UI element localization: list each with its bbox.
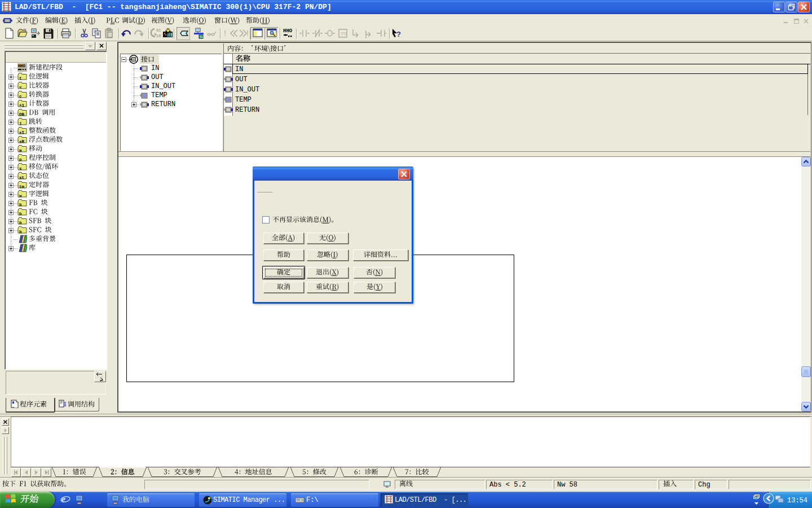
svg-text:j: j	[19, 121, 22, 126]
svg-text:HHO: HHO	[18, 64, 25, 68]
svg-text:±I: ±I	[19, 130, 24, 135]
svg-text:S1: S1	[200, 35, 203, 38]
svg-text:<: <	[19, 85, 22, 90]
svg-text:01: 01	[156, 28, 161, 33]
svg-text:HHO: HHO	[283, 28, 293, 34]
svg-text:b: b	[19, 203, 22, 207]
svg-text:c: c	[19, 94, 22, 99]
svg-text:??: ??	[341, 31, 346, 37]
svg-text:!: !	[246, 29, 249, 38]
svg-text:tm: tm	[19, 185, 25, 189]
svg-text:w: w	[19, 194, 22, 198]
svg-text:m: m	[19, 148, 22, 153]
svg-text:10: 10	[156, 34, 161, 38]
svg-text:DB: DB	[19, 112, 25, 117]
svg-text:b: b	[19, 230, 22, 234]
svg-text:±R: ±R	[19, 139, 25, 144]
svg-text:!: !	[224, 29, 226, 38]
svg-text:p: p	[19, 157, 22, 162]
svg-text:b: b	[19, 221, 22, 225]
svg-text:+1: +1	[19, 103, 25, 108]
svg-text:b: b	[19, 212, 22, 216]
svg-text:st: st	[19, 176, 24, 180]
svg-text:s: s	[19, 167, 22, 171]
svg-text:?: ?	[396, 30, 401, 38]
svg-text:t: t	[19, 76, 22, 81]
svg-text:e: e	[61, 494, 65, 504]
